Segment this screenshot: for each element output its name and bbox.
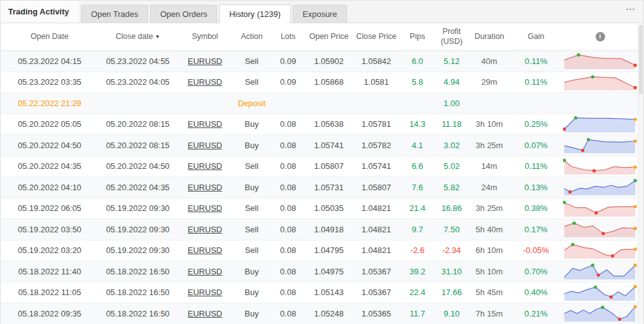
lots-cell: 0.09 (271, 51, 306, 72)
symbol-link[interactable]: EURUSD (188, 141, 222, 150)
red-marker-dot (593, 169, 596, 172)
symbol-cell: EURUSD (177, 198, 233, 219)
column-header-lots[interactable]: Lots (271, 23, 306, 50)
symbol-link[interactable]: EURUSD (188, 203, 222, 213)
gain-cell: -0.05% (510, 240, 562, 261)
red-marker-dot (609, 295, 613, 298)
pips-cell: 21.4 (400, 198, 434, 219)
vertical-scrollbar[interactable] (638, 24, 643, 323)
info-icon[interactable]: i (596, 32, 605, 41)
pips-cell: 7.6 (400, 177, 434, 198)
column-header-close-price[interactable]: Close Price (352, 23, 400, 50)
scrollbar-thumb[interactable] (639, 25, 643, 94)
gain-cell: 0.21% (510, 303, 562, 324)
close-date-cell: 05.20.2022 04:50 (99, 156, 177, 177)
green-marker-dot (591, 75, 594, 78)
symbol-cell: EURUSD (177, 219, 233, 240)
tab-history[interactable]: History (1239) (219, 4, 291, 23)
profit-cell: 9.10 (434, 303, 469, 324)
profit-cell: 16.86 (434, 198, 469, 219)
profit-cell: 7.50 (434, 219, 469, 240)
gain-cell: 0.11% (510, 72, 562, 93)
tab-open-orders[interactable]: Open Orders (150, 5, 217, 23)
symbol-link[interactable]: EURUSD (188, 225, 222, 234)
column-header-symbol[interactable]: Symbol (177, 23, 233, 50)
ellipsis-menu-icon[interactable]: ••• (626, 6, 636, 13)
pips-cell: 22.4 (400, 283, 434, 303)
open-date-cell: 05.19.2022 03:20 (1, 240, 99, 261)
deposit-row: 05.22.2022 21:29 Deposit 1.00 (1, 93, 643, 114)
symbol-cell: EURUSD (177, 261, 233, 282)
close-price-cell: 1.04821 (352, 219, 400, 240)
symbol-link[interactable]: EURUSD (188, 183, 222, 192)
gain-cell: 0.40% (510, 283, 562, 303)
table-row: 05.19.2022 06:05 05.19.2022 09:30 EURUSD… (1, 198, 643, 220)
symbol-cell: EURUSD (177, 240, 233, 261)
trade-chart-cell (562, 135, 638, 156)
trade-sparkline (563, 284, 637, 301)
close-date-cell: 05.20.2022 08:15 (99, 135, 177, 156)
open-price-cell: 1.05035 (306, 198, 352, 219)
open-date-cell: 05.19.2022 06:05 (1, 198, 99, 219)
table-row: 05.20.2022 05:05 05.20.2022 08:15 EURUSD… (1, 114, 643, 136)
close-price-cell: 1.04821 (352, 198, 400, 219)
symbol-cell: EURUSD (177, 135, 233, 156)
red-marker-dot (597, 274, 600, 277)
column-header-profit[interactable]: Profit (USD) (434, 23, 469, 50)
action-cell: Buy (233, 303, 271, 324)
profit-cell: -2.34 (434, 240, 469, 261)
profit-cell: 4.94 (434, 72, 469, 93)
table-header: Open Date Close date ▼ Symbol Action Lot… (1, 23, 643, 51)
column-header-action[interactable]: Action (233, 23, 271, 50)
close-date-cell: 05.19.2022 09:30 (99, 198, 177, 219)
profit-cell: 3.02 (434, 135, 469, 156)
symbol-link[interactable]: EURUSD (188, 119, 222, 129)
symbol-link[interactable]: EURUSD (188, 267, 222, 276)
red-marker-dot (618, 318, 621, 321)
trade-chart-cell (562, 198, 638, 219)
column-header-duration[interactable]: Duration (469, 23, 510, 50)
red-marker-dot (611, 254, 614, 257)
symbol-link[interactable]: EURUSD (188, 288, 222, 297)
column-header-close-date[interactable]: Close date ▼ (99, 23, 177, 50)
tab-open-trades[interactable]: Open Trades (81, 5, 148, 23)
symbol-link[interactable]: EURUSD (188, 57, 222, 66)
profit-cell: 11.18 (434, 114, 469, 135)
open-price-cell: 1.04918 (306, 219, 352, 240)
close-price-cell: 1.05781 (352, 114, 400, 135)
action-cell: Sell (233, 198, 271, 219)
symbol-link[interactable]: EURUSD (188, 246, 222, 255)
tab-exposure[interactable]: Exposure (292, 5, 347, 23)
gain-cell (510, 93, 562, 114)
trade-chart-cell (562, 51, 638, 72)
trade-chart-cell (562, 303, 638, 324)
trading-activity-widget: Trading Activity Open Trades Open Orders… (0, 0, 644, 324)
trade-sparkline (563, 52, 637, 70)
symbol-cell (177, 93, 233, 114)
pips-cell: 6.0 (400, 51, 434, 72)
column-header-pips[interactable]: Pips (400, 23, 434, 50)
symbol-link[interactable]: EURUSD (188, 161, 222, 171)
close-date-cell: 05.20.2022 04:35 (99, 177, 177, 198)
close-price-cell: 1.05807 (352, 177, 400, 198)
column-header-open-price[interactable]: Open Price (306, 23, 352, 50)
gain-cell: 0.07% (510, 135, 562, 156)
orange-marker-dot (633, 117, 636, 121)
column-header-close-date-label: Close date (115, 32, 153, 42)
orange-marker-dot (633, 247, 636, 251)
trade-chart-cell (562, 240, 638, 261)
close-date-cell: 05.18.2022 16:50 (99, 303, 177, 324)
lots-cell: 0.08 (271, 283, 306, 303)
table-row: 05.18.2022 11:05 05.18.2022 16:50 EURUSD… (1, 283, 643, 304)
action-cell: Deposit (233, 93, 271, 114)
duration-cell: 3h 25m (469, 135, 510, 156)
column-header-open-date[interactable]: Open Date (1, 23, 99, 50)
column-header-gain[interactable]: Gain (510, 23, 562, 50)
symbol-link[interactable]: EURUSD (188, 77, 222, 87)
trade-chart-cell (562, 114, 638, 135)
table-row: 05.23.2022 03:35 05.23.2022 04:05 EURUSD… (1, 72, 643, 94)
open-price-cell (306, 93, 352, 114)
symbol-cell: EURUSD (177, 51, 233, 72)
close-price-cell: 1.04821 (352, 240, 400, 261)
symbol-link[interactable]: EURUSD (188, 309, 222, 318)
